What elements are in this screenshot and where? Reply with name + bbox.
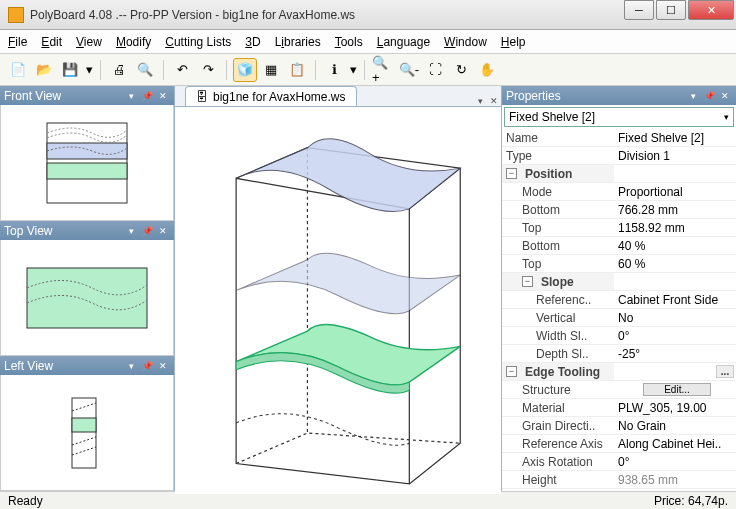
dropdown-icon[interactable]: ▾ xyxy=(124,224,138,238)
prop-top-val[interactable]: 1158.92 mm xyxy=(614,219,736,236)
prop-grain-val[interactable]: No Grain xyxy=(614,417,736,434)
prop-refaxis-val[interactable]: Along Cabinet Hei.. xyxy=(614,435,736,452)
prop-material-key: Material xyxy=(502,399,614,416)
window-title: PolyBoard 4.08 .-- Pro-PP Version - big1… xyxy=(30,8,624,22)
prop-structure-val: Edit... xyxy=(614,381,736,398)
prop-grain-key: Grain Directi.. xyxy=(502,417,614,434)
pin-icon[interactable]: 📌 xyxy=(702,89,716,103)
dropdown-icon[interactable]: ▾ xyxy=(124,89,138,103)
dropdown-icon[interactable]: ▾ xyxy=(124,359,138,373)
prop-width-slope-val[interactable]: 0° xyxy=(614,327,736,344)
properties-grid: NameFixed Shelve [2] TypeDivision 1 −Pos… xyxy=(502,129,736,491)
collapse-icon[interactable]: − xyxy=(506,366,517,377)
3d-viewport[interactable] xyxy=(175,107,501,494)
front-view-canvas[interactable] xyxy=(0,105,174,221)
preview-button[interactable]: 🔍 xyxy=(133,58,157,82)
ellipsis-button[interactable]: ... xyxy=(716,365,734,378)
pin-icon[interactable]: 📌 xyxy=(140,224,154,238)
menu-edit[interactable]: Edit xyxy=(41,35,62,49)
close-button[interactable]: ✕ xyxy=(688,0,734,20)
prop-mode-val[interactable]: Proportional xyxy=(614,183,736,200)
prop-name-val[interactable]: Fixed Shelve [2] xyxy=(614,129,736,146)
front-view-header: Front View ▾ 📌 ✕ xyxy=(0,86,174,105)
menu-cutting-lists[interactable]: Cutting Lists xyxy=(165,35,231,49)
edit-structure-button[interactable]: Edit... xyxy=(643,383,711,396)
prop-axisrot-val[interactable]: 0° xyxy=(614,453,736,470)
svg-rect-2 xyxy=(47,143,127,159)
pan-button[interactable]: ✋ xyxy=(475,58,499,82)
prop-cat-slope[interactable]: −Slope xyxy=(502,273,614,290)
view3d-button[interactable]: 🧊 xyxy=(233,58,257,82)
tab-close-icon[interactable]: ✕ xyxy=(487,96,501,106)
document-tab-label: big1ne for AvaxHome.ws xyxy=(213,90,346,104)
zoom-fit-button[interactable]: ⛶ xyxy=(423,58,447,82)
maximize-button[interactable]: ☐ xyxy=(656,0,686,20)
left-view-title: Left View xyxy=(4,359,122,373)
zoom-out-button[interactable]: 🔍- xyxy=(397,58,421,82)
prop-reference-val[interactable]: Cabinet Front Side xyxy=(614,291,736,308)
info-button[interactable]: ℹ xyxy=(322,58,346,82)
cabinet-icon: 🗄 xyxy=(196,90,208,104)
open-button[interactable]: 📂 xyxy=(32,58,56,82)
pin-icon[interactable]: 📌 xyxy=(140,359,154,373)
dropdown-icon[interactable]: ▾ xyxy=(686,89,700,103)
prop-type-val[interactable]: Division 1 xyxy=(614,147,736,164)
prop-bottom-val[interactable]: 766.28 mm xyxy=(614,201,736,218)
top-view-title: Top View xyxy=(4,224,122,238)
menu-3d[interactable]: 3D xyxy=(245,35,260,49)
new-button[interactable]: 📄 xyxy=(6,58,30,82)
menu-modify[interactable]: Modify xyxy=(116,35,151,49)
properties-title: Properties xyxy=(506,89,684,103)
tab-dropdown-icon[interactable]: ▾ xyxy=(473,96,487,106)
save-dropdown[interactable]: ▾ xyxy=(84,58,94,82)
properties-object-selector[interactable]: Fixed Shelve [2] ▾ xyxy=(504,107,734,127)
info-dropdown[interactable]: ▾ xyxy=(348,58,358,82)
prop-height-val: 938.65 mm xyxy=(614,471,736,488)
toolbar: 📄 📂 💾 ▾ 🖨 🔍 ↶ ↷ 🧊 ▦ 📋 ℹ ▾ 🔍+ 🔍- ⛶ ↻ ✋ xyxy=(0,54,736,86)
menu-help[interactable]: Help xyxy=(501,35,526,49)
prop-depth-slope-val[interactable]: -25° xyxy=(614,345,736,362)
menu-window[interactable]: Window xyxy=(444,35,487,49)
chevron-down-icon: ▾ xyxy=(724,112,729,122)
top-view-canvas[interactable] xyxy=(0,240,174,356)
front-view-title: Front View xyxy=(4,89,122,103)
prop-axisrot-key: Axis Rotation xyxy=(502,453,614,470)
prop-height-key: Height xyxy=(502,471,614,488)
undo-button[interactable]: ↶ xyxy=(170,58,194,82)
close-icon[interactable]: ✕ xyxy=(156,359,170,373)
save-button[interactable]: 💾 xyxy=(58,58,82,82)
pin-icon[interactable]: 📌 xyxy=(140,89,154,103)
prop-top-pct-key: Top xyxy=(502,255,614,272)
list-button[interactable]: 📋 xyxy=(285,58,309,82)
menu-language[interactable]: Language xyxy=(377,35,430,49)
document-tab[interactable]: 🗄 big1ne for AvaxHome.ws xyxy=(185,86,357,106)
minimize-button[interactable]: ─ xyxy=(624,0,654,20)
price-text: Price: 64,74p. xyxy=(654,494,728,508)
menu-file[interactable]: File xyxy=(8,35,27,49)
collapse-icon[interactable]: − xyxy=(506,168,517,179)
close-icon[interactable]: ✕ xyxy=(156,224,170,238)
svg-rect-4 xyxy=(72,398,96,468)
prop-cat-position[interactable]: −Position xyxy=(502,165,614,182)
collapse-icon[interactable]: − xyxy=(522,276,533,287)
prop-material-val[interactable]: PLW_305, 19.00 xyxy=(614,399,736,416)
menu-tools[interactable]: Tools xyxy=(335,35,363,49)
prop-top-pct-val[interactable]: 60 % xyxy=(614,255,736,272)
prop-vertical-key: Vertical xyxy=(502,309,614,326)
redo-button[interactable]: ↷ xyxy=(196,58,220,82)
print-button[interactable]: 🖨 xyxy=(107,58,131,82)
prop-vertical-val[interactable]: No xyxy=(614,309,736,326)
svg-line-5 xyxy=(72,403,96,411)
cabinet-button[interactable]: ▦ xyxy=(259,58,283,82)
prop-bottom-pct-val[interactable]: 40 % xyxy=(614,237,736,254)
selected-object-label: Fixed Shelve [2] xyxy=(509,110,595,124)
prop-cat-edge[interactable]: −Edge Tooling xyxy=(502,363,614,380)
menu-libraries[interactable]: Libraries xyxy=(275,35,321,49)
close-icon[interactable]: ✕ xyxy=(156,89,170,103)
zoom-in-button[interactable]: 🔍+ xyxy=(371,58,395,82)
left-view-canvas[interactable] xyxy=(0,375,174,491)
rotate-button[interactable]: ↻ xyxy=(449,58,473,82)
menu-view[interactable]: View xyxy=(76,35,102,49)
close-icon[interactable]: ✕ xyxy=(718,89,732,103)
prop-top-key: Top xyxy=(502,219,614,236)
